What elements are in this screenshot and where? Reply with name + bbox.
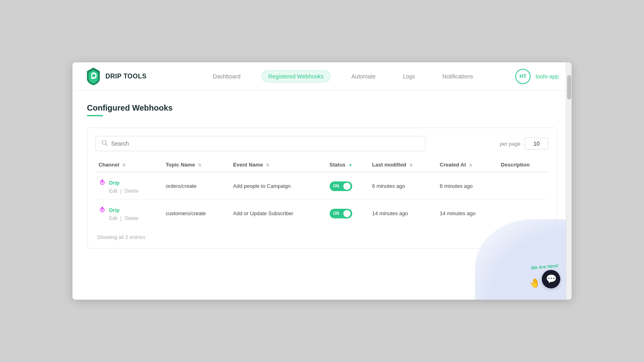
chat-btn-row: 🤚 💬	[529, 270, 560, 288]
nav-item-logs[interactable]: Logs	[396, 71, 421, 82]
cell-description-0	[497, 172, 549, 200]
sort-icon-topic-name[interactable]: ⇅	[198, 163, 201, 167]
delete-link-1[interactable]: Delete	[125, 216, 139, 221]
per-page-area: per page	[500, 138, 549, 150]
status-toggle-1[interactable]: ON	[330, 209, 352, 218]
logo-area: DRIP TOOLS	[85, 67, 147, 86]
toggle-knob-1	[343, 210, 351, 217]
per-page-label: per page	[500, 141, 520, 147]
drip-channel-icon-0	[99, 178, 106, 187]
main-content: Configured Webhooks per page	[72, 90, 572, 300]
table-container: per page Channel ⇅ Topic Name ⇅	[87, 128, 557, 249]
drip-channel-icon-1	[99, 206, 106, 215]
page-title-underline	[87, 115, 103, 116]
cell-description-1	[497, 200, 549, 227]
avatar: HT	[515, 69, 530, 84]
cell-topic-1: customers/create	[163, 200, 230, 227]
col-header-last-modified: Last modified ⇅	[369, 158, 437, 172]
cell-channel-1: Drip Edit | Delete	[95, 200, 163, 227]
cell-event-1: Add or Update Subscriber	[230, 200, 326, 227]
scrollbar-thumb[interactable]	[567, 75, 571, 99]
delete-link-0[interactable]: Delete	[125, 188, 139, 194]
sort-icon-created-at[interactable]: ⇅	[469, 163, 472, 167]
channel-name-1: Drip	[109, 207, 120, 213]
channel-actions-1: Edit | Delete	[109, 216, 159, 221]
nav-item-dashboard[interactable]: Dashboard	[206, 71, 247, 82]
sort-icon-event-name[interactable]: ⇅	[266, 163, 269, 167]
chat-we-are-here-label: We Are Here!	[529, 263, 561, 271]
svg-point-4	[101, 182, 103, 183]
edit-link-1[interactable]: Edit	[109, 216, 118, 221]
cell-channel-0: Drip Edit | Delete	[95, 172, 163, 200]
search-input[interactable]	[111, 140, 419, 147]
channel-actions-0: Edit | Delete	[109, 188, 159, 194]
channel-name-0: Drip	[109, 180, 120, 186]
table-body: Drip Edit | Delete orders/create Add peo…	[95, 172, 549, 227]
nav-item-registered-webhooks[interactable]: Registered Webhooks	[262, 70, 330, 82]
svg-line-2	[106, 144, 107, 146]
col-header-created-at: Created At ⇅	[437, 158, 498, 172]
logo-text: DRIP TOOLS	[105, 73, 147, 80]
col-header-description: Description	[497, 158, 549, 172]
main-nav: Dashboard Registered Webhooks Automate L…	[171, 70, 515, 82]
chat-widget[interactable]: We Are Here! 🤚 💬	[529, 264, 560, 288]
cell-status-0: ON	[326, 172, 369, 200]
cell-created-at-0: 6 minutes ago	[437, 172, 498, 200]
cell-status-1: ON	[326, 200, 369, 227]
cell-topic-0: orders/create	[163, 172, 230, 200]
cell-created-at-1: 14 minutes ago	[437, 200, 498, 227]
cell-last-modified-1: 14 minutes ago	[369, 200, 437, 227]
col-header-status: Status ▼	[326, 158, 369, 172]
cell-event-0: Add people to Campaign	[230, 172, 326, 200]
cell-last-modified-0: 6 minutes ago	[369, 172, 437, 200]
col-header-event-name: Event Name ⇅	[230, 158, 326, 172]
sort-icon-status[interactable]: ▼	[349, 163, 353, 167]
status-toggle-0[interactable]: ON	[330, 181, 352, 191]
chat-bubble-icon: 💬	[546, 274, 557, 284]
col-header-topic-name: Topic Name ⇅	[163, 158, 230, 172]
nav-item-notifications[interactable]: Notifications	[436, 71, 479, 82]
webhooks-table: Channel ⇅ Topic Name ⇅ Event Name ⇅ St	[95, 158, 549, 227]
nav-item-automate[interactable]: Automate	[345, 71, 382, 82]
search-icon	[101, 140, 108, 148]
toggle-label-0: ON	[333, 184, 339, 188]
scrollbar-track[interactable]	[566, 62, 572, 300]
toggle-knob-0	[343, 183, 351, 190]
username: tools-app	[535, 73, 559, 80]
chat-open-button[interactable]: 💬	[542, 270, 560, 288]
user-area: HT tools-app	[515, 69, 559, 84]
edit-link-0[interactable]: Edit	[109, 188, 118, 194]
table-header-row: Channel ⇅ Topic Name ⇅ Event Name ⇅ St	[95, 158, 549, 172]
page-title: Configured Webhooks	[87, 103, 557, 113]
chat-hand-emoji: 🤚	[529, 278, 540, 288]
table-toolbar: per page	[95, 136, 549, 151]
table-row: Drip Edit | Delete orders/create Add peo…	[95, 172, 549, 200]
table-row: Drip Edit | Delete customers/create Add …	[95, 200, 549, 227]
svg-point-0	[92, 74, 95, 77]
sort-icon-last-modified[interactable]: ⇅	[409, 163, 413, 167]
sort-icon-channel[interactable]: ⇅	[122, 163, 126, 167]
header: DRIP TOOLS Dashboard Registered Webhooks…	[72, 62, 572, 90]
logo-icon	[85, 67, 101, 86]
toggle-label-1: ON	[333, 211, 339, 216]
svg-point-6	[101, 209, 103, 211]
showing-text: Showing all 2 entries	[95, 234, 549, 240]
search-box[interactable]	[95, 136, 425, 151]
per-page-input[interactable]	[524, 138, 549, 150]
col-header-channel: Channel ⇅	[95, 158, 163, 172]
